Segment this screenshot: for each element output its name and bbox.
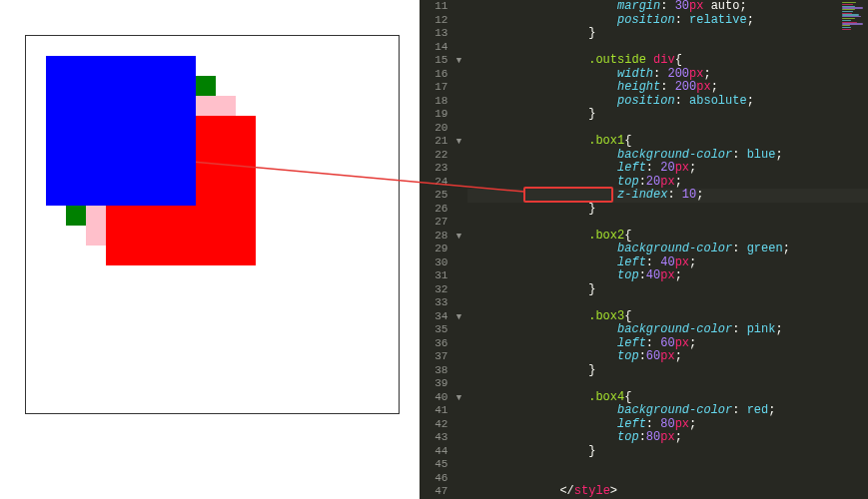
code-line[interactable]: top:60px; <box>473 350 868 364</box>
line-number[interactable]: 19 <box>420 108 467 122</box>
code-line[interactable]: .outside div{ <box>473 54 868 68</box>
code-editor[interactable]: 11 12 13 14 15 ▼16 17 18 19 20 21 ▼22 23… <box>420 0 868 499</box>
code-line[interactable]: } <box>473 108 868 122</box>
line-number[interactable]: 46 <box>420 472 467 486</box>
line-number[interactable]: 29 <box>420 243 467 256</box>
line-number[interactable]: 44 <box>420 445 467 459</box>
box1-blue <box>46 56 196 206</box>
line-number[interactable]: 38 <box>420 364 467 378</box>
code-line[interactable]: .box1{ <box>473 135 868 149</box>
line-number[interactable]: 20 <box>420 122 467 136</box>
line-number[interactable]: 26 <box>420 203 467 217</box>
code-line[interactable] <box>473 216 868 230</box>
line-number[interactable]: 22 <box>420 149 467 163</box>
minimap[interactable] <box>842 2 866 122</box>
line-number[interactable]: 30 <box>420 256 467 270</box>
code-line[interactable]: top:80px; <box>473 431 868 445</box>
line-number[interactable]: 37 <box>420 350 467 364</box>
line-number[interactable]: 27 <box>420 216 467 230</box>
code-line[interactable]: </style> <box>473 485 868 499</box>
line-number[interactable]: 47 <box>420 485 467 499</box>
line-number[interactable]: 24 <box>420 176 467 190</box>
code-line[interactable]: left: 40px; <box>473 256 868 270</box>
line-number[interactable]: 35 <box>420 323 467 337</box>
code-line[interactable] <box>473 296 868 310</box>
line-number[interactable]: 17 <box>420 81 467 95</box>
minimap-stripe <box>842 4 853 5</box>
outside-container <box>46 56 346 355</box>
minimap-stripe <box>842 29 851 30</box>
line-number[interactable]: 40 ▼ <box>420 391 467 405</box>
line-number[interactable]: 39 <box>420 377 467 391</box>
preview-canvas <box>25 35 400 414</box>
code-line[interactable]: position: absolute; <box>473 95 868 109</box>
code-content[interactable]: margin: 30px auto; position: relative; }… <box>473 0 868 499</box>
code-line[interactable] <box>473 41 868 55</box>
code-line[interactable]: z-index: 10; <box>473 189 868 203</box>
code-line[interactable]: margin: 30px auto; <box>473 0 868 14</box>
code-line[interactable]: background-color: red; <box>473 404 868 418</box>
preview-pane <box>0 0 420 499</box>
code-line[interactable] <box>473 377 868 391</box>
line-number[interactable]: 43 <box>420 431 467 445</box>
code-line[interactable]: width: 200px; <box>473 68 868 82</box>
line-number[interactable]: 41 <box>420 404 467 418</box>
code-line[interactable]: } <box>473 27 868 41</box>
code-line[interactable]: left: 60px; <box>473 337 868 351</box>
line-number[interactable]: 33 <box>420 296 467 310</box>
code-line[interactable] <box>473 472 868 486</box>
code-line[interactable] <box>473 122 868 136</box>
line-number[interactable]: 23 <box>420 162 467 176</box>
code-line[interactable]: height: 200px; <box>473 81 868 95</box>
code-line[interactable]: } <box>473 364 868 378</box>
line-number[interactable]: 42 <box>420 418 467 432</box>
code-line[interactable]: left: 20px; <box>473 162 868 176</box>
line-number[interactable]: 18 <box>420 95 467 109</box>
code-line[interactable]: top:20px; <box>473 176 868 190</box>
minimap-stripe <box>842 20 851 21</box>
code-line[interactable]: background-color: green; <box>473 243 868 256</box>
line-number[interactable]: 25 <box>420 189 467 203</box>
line-number[interactable]: 15 ▼ <box>420 54 467 68</box>
line-number[interactable]: 28 ▼ <box>420 230 467 244</box>
line-number[interactable]: 32 <box>420 283 467 297</box>
line-number[interactable]: 45 <box>420 458 467 472</box>
line-number[interactable]: 36 <box>420 337 467 351</box>
line-number[interactable]: 31 <box>420 269 467 283</box>
code-line[interactable]: left: 80px; <box>473 418 868 432</box>
minimap-stripe <box>842 27 851 28</box>
line-number[interactable]: 12 <box>420 14 467 28</box>
line-number[interactable]: 34 ▼ <box>420 310 467 324</box>
line-number-gutter[interactable]: 11 12 13 14 15 ▼16 17 18 19 20 21 ▼22 23… <box>420 0 467 499</box>
line-number[interactable]: 21 ▼ <box>420 135 467 149</box>
code-line[interactable]: background-color: blue; <box>473 149 868 163</box>
code-line[interactable]: position: relative; <box>473 14 868 28</box>
code-line[interactable]: .box3{ <box>473 310 868 324</box>
line-number[interactable]: 14 <box>420 41 467 55</box>
code-line[interactable] <box>473 458 868 472</box>
code-line[interactable]: background-color: pink; <box>473 323 868 337</box>
line-number[interactable]: 13 <box>420 27 467 41</box>
code-line[interactable]: top:40px; <box>473 269 868 283</box>
line-number[interactable]: 11 <box>420 0 467 14</box>
code-line[interactable]: } <box>473 445 868 459</box>
code-line[interactable]: } <box>473 203 868 217</box>
code-line[interactable]: } <box>473 283 868 297</box>
code-line[interactable]: .box4{ <box>473 391 868 405</box>
code-line[interactable]: .box2{ <box>473 230 868 244</box>
line-number[interactable]: 16 <box>420 68 467 82</box>
minimap-stripe <box>842 11 853 12</box>
